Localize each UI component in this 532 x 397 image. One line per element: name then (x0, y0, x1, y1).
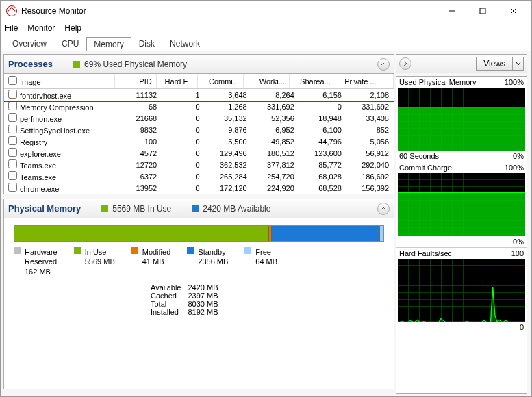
svg-rect-1 (480, 8, 485, 14)
row-checkbox[interactable] (8, 183, 17, 192)
mod-swatch-icon (131, 247, 138, 254)
processes-header[interactable]: Processes 69% Used Physical Memory (4, 55, 394, 74)
legend-hw-label: Hardware (25, 247, 58, 257)
graph1-xright: 0% (513, 152, 524, 160)
tab-memory[interactable]: Memory (86, 37, 131, 51)
close-button[interactable] (498, 1, 529, 21)
physmem-inuse: 5569 MB In Use (112, 204, 171, 214)
table-row[interactable]: explorer.exe 45720129,496 180,512123,600… (4, 147, 394, 159)
stat-installed-label: Installed (151, 308, 181, 316)
physmem-avail: 2420 MB Available (203, 204, 270, 214)
graph2-max: 100% (505, 164, 524, 172)
col-sharea[interactable]: Sharea... (289, 74, 335, 89)
stat-avail-val: 2420 MB (188, 283, 218, 292)
titlebar: Resource Monitor (1, 1, 531, 21)
row-checkbox[interactable] (8, 125, 17, 133)
processes-title: Processes (8, 59, 53, 69)
inuse-swatch-icon-2 (74, 247, 81, 254)
legend-hw-sub: Reserved (25, 257, 58, 266)
side-collapse-button[interactable] (399, 57, 411, 70)
resource-monitor-window: Resource Monitor File Monitor Help Overv… (0, 0, 532, 397)
graph1-max: 100% (505, 78, 524, 86)
legend-sb-val: 2356 MB (198, 257, 228, 266)
graph1-xleft: 60 Seconds (399, 152, 439, 160)
views-button[interactable]: Views (476, 57, 513, 71)
sb-swatch-icon (187, 247, 194, 254)
legend-fr-val: 64 MB (255, 257, 277, 266)
stat-cached-val: 2397 MB (188, 292, 218, 300)
graph1-title: Used Physical Memory (399, 78, 476, 86)
table-row[interactable]: SettingSyncHost.exe 983209,876 6,9526,10… (4, 124, 394, 136)
inuse-swatch-icon (101, 205, 108, 212)
views-dropdown[interactable] (513, 57, 524, 71)
memory-legend: HardwareReserved162 MB In Use5569 MB Mod… (14, 247, 384, 277)
row-checkbox[interactable] (8, 90, 17, 99)
graph-commit-charge: Commit Charge100% 0% (396, 162, 527, 248)
minimize-button[interactable] (436, 1, 467, 21)
col-private[interactable]: Private ... (335, 74, 381, 89)
graph3-max: 100 (511, 249, 524, 257)
tab-overview[interactable]: Overview (5, 36, 54, 51)
col-hardf[interactable]: Hard F... (156, 74, 197, 89)
table-row[interactable]: Teams.exe 127200362,532 377,81285,772292… (4, 159, 394, 170)
physmem-title: Physical Memory (8, 203, 81, 214)
memory-stats: Available Cached Total Installed 2420 MB… (151, 283, 384, 316)
table-row[interactable]: Teams.exe 63720265,284 254,72068,028186,… (4, 170, 394, 182)
tab-strip: Overview CPU Memory Disk Network (1, 35, 531, 51)
maximize-button[interactable] (467, 1, 498, 21)
row-checkbox[interactable] (8, 171, 17, 180)
memory-bar (14, 225, 384, 242)
table-row[interactable]: Registry 10005,500 49,85244,7965,056 (4, 136, 394, 147)
col-working[interactable]: Worki... (243, 74, 289, 89)
side-header: Views (396, 54, 527, 73)
graph2-xright: 0% (513, 238, 524, 246)
collapse-button-2[interactable] (377, 203, 390, 215)
graphs-container: Used Physical Memory100% 60 Seconds0% Co… (396, 76, 527, 394)
graph3-area (398, 259, 525, 322)
graph2-title: Commit Charge (399, 164, 452, 172)
col-pid[interactable]: PID (115, 74, 156, 89)
table-row[interactable]: chrome.exe 139520172,120 224,92068,52815… (4, 182, 394, 194)
legend-mod-val: 41 MB (142, 257, 171, 266)
table-row[interactable]: perfmon.exe 21668035,132 52,35618,94833,… (4, 112, 394, 124)
menu-monitor[interactable]: Monitor (27, 23, 55, 33)
graph2-area (398, 173, 525, 236)
table-row[interactable]: Memory Compression 6801,268 331,6920331,… (4, 101, 394, 112)
physmem-header[interactable]: Physical Memory 5569 MB In Use 2420 MB A… (4, 199, 394, 218)
stat-total-val: 8030 MB (188, 300, 218, 308)
graph3-xright: 0 (520, 323, 524, 331)
tab-cpu[interactable]: CPU (54, 36, 86, 51)
legend-in-val: 5569 MB (85, 257, 115, 266)
col-image[interactable]: Image (4, 74, 115, 89)
row-checkbox[interactable] (8, 113, 17, 122)
process-table-header: Image PID Hard F... Commi... Worki... Sh… (4, 74, 394, 89)
processes-subtitle: 69% Used Physical Memory (84, 60, 187, 69)
row-checkbox[interactable] (8, 159, 17, 168)
legend-fr-label: Free (255, 247, 277, 257)
row-checkbox[interactable] (8, 148, 17, 157)
process-table: fontdrvhost.exe 1113213,648 8,2646,1562,… (4, 89, 394, 194)
col-commit[interactable]: Commi... (198, 74, 244, 89)
graph-hardfaults: Hard Faults/sec100 0 (396, 248, 527, 333)
side-panel: Views Used Physical Memory100% 60 Second… (394, 51, 531, 396)
row-checkbox[interactable] (8, 136, 17, 145)
menubar: File Monitor Help (1, 21, 531, 35)
legend-sb-label: Standby (198, 247, 228, 257)
stat-cached-label: Cached (151, 292, 181, 300)
graph-used-physmem: Used Physical Memory100% 60 Seconds0% (396, 77, 527, 162)
app-icon (6, 5, 17, 16)
collapse-button[interactable] (377, 58, 390, 71)
legend-mod-label: Modified (142, 247, 171, 257)
fr-swatch-icon (244, 247, 251, 254)
tab-network[interactable]: Network (162, 36, 207, 51)
process-table-scroll[interactable]: fontdrvhost.exe 1113213,648 8,2646,1562,… (4, 89, 394, 194)
menu-file[interactable]: File (5, 23, 18, 33)
row-checkbox[interactable] (8, 101, 17, 110)
table-row[interactable]: fontdrvhost.exe 1113213,648 8,2646,1562,… (4, 89, 394, 101)
tab-disk[interactable]: Disk (131, 36, 162, 51)
hw-swatch-icon (14, 247, 21, 254)
select-all-checkbox[interactable] (8, 76, 17, 85)
menu-help[interactable]: Help (64, 23, 81, 33)
legend-hw-val: 162 MB (25, 267, 58, 277)
stat-avail-label: Available (151, 283, 181, 292)
